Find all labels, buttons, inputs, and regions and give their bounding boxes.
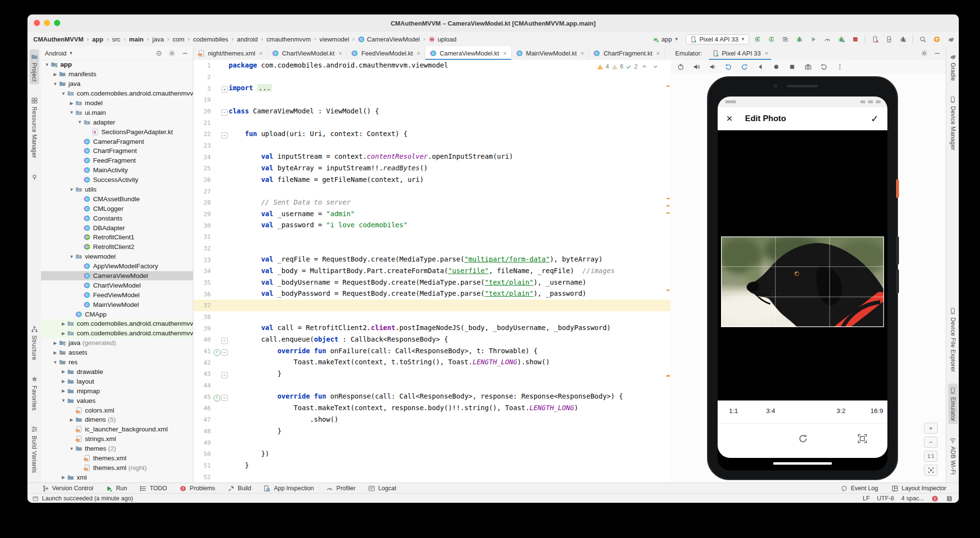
volume-up-button[interactable] — [692, 62, 701, 71]
stop-button[interactable] — [851, 35, 859, 43]
stripe-warning-mark[interactable] — [667, 85, 670, 87]
back-button[interactable] — [756, 62, 764, 71]
close-icon[interactable]: × — [726, 114, 733, 124]
breadcrumb-item[interactable]: app — [92, 36, 103, 43]
tree-item[interactable]: CConstants — [41, 213, 193, 223]
code-line[interactable]: 37 — [193, 300, 670, 311]
tree-item[interactable]: CSuccessActivity — [41, 175, 193, 185]
code-line[interactable]: 46 Toast.makeText(context, response.body… — [193, 402, 670, 414]
fold-marker[interactable]: + — [220, 84, 229, 93]
screenshot-button[interactable] — [803, 62, 812, 71]
code-line[interactable]: 22− fun upload(uri: Uri, context: Contex… — [193, 128, 670, 140]
stripe-warning-mark[interactable] — [667, 212, 670, 214]
code-line[interactable]: 39 val call = RetrofitClient2.client.pos… — [193, 322, 670, 334]
chevron-right-icon[interactable]: ▶ — [68, 417, 75, 422]
zoom-out-button[interactable]: − — [924, 437, 938, 448]
code-line[interactable]: 34 val _body = MultipartBody.Part.create… — [193, 265, 670, 277]
close-tab-icon[interactable]: × — [259, 50, 263, 57]
code-line[interactable]: 31 — [193, 231, 670, 243]
editor-tab[interactable]: CMainViewModel.kt× — [512, 46, 589, 60]
breadcrumb-item[interactable]: android — [237, 36, 258, 43]
chevron-down-icon[interactable]: ▼ — [60, 91, 67, 96]
tool-strip-build-variants[interactable]: Build Variants — [29, 422, 39, 476]
tree-item[interactable]: ▶drawable — [41, 367, 193, 377]
chevron-down-icon[interactable]: ▼ — [68, 187, 75, 192]
breadcrumb-item[interactable]: cmauthenmvvm — [267, 36, 311, 43]
code-line[interactable]: 36 val _bodyPassword = RequestBody.creat… — [193, 288, 670, 300]
breadcrumb-item[interactable]: com — [173, 36, 185, 43]
tool-strip-structure[interactable]: Structure — [29, 322, 39, 363]
tree-item[interactable]: CCameraViewModel — [41, 271, 193, 281]
code-line[interactable]: 49 — [193, 437, 670, 448]
indent-indicator[interactable]: 4 spac... — [901, 495, 924, 502]
code-line[interactable]: 45↑− override fun onResponse(call: Call<… — [193, 391, 670, 402]
chevron-right-icon[interactable]: ▶ — [60, 379, 67, 384]
tree-item[interactable]: </>themes.xml (night) — [41, 463, 193, 472]
tool-strip-device-manager[interactable]: Device Manager — [948, 93, 958, 153]
tool-strip-favorites[interactable]: Favorites — [29, 372, 39, 414]
chevron-right-icon[interactable]: ▶ — [60, 369, 67, 374]
code-line[interactable]: 28 // Sent Data to server — [193, 197, 670, 208]
tree-item[interactable]: CCMAssetBundle — [41, 194, 193, 204]
tree-item[interactable]: </>ic_launcher_background.xml — [41, 425, 193, 434]
toolwindow-event-log[interactable]: Event Log — [840, 484, 878, 493]
chevron-down-icon[interactable]: ▼ — [68, 110, 75, 115]
tool-strip-gradle[interactable]: Gradle — [948, 49, 958, 84]
tree-item[interactable]: ▼com.codemobiles.android.cmauthenmvvm — [41, 89, 193, 98]
tool-strip-pin[interactable] — [29, 170, 39, 184]
toolwindow-problems[interactable]: Problems — [178, 484, 215, 493]
tree-item[interactable]: ▶com.codemobiles.android.cmauthenmvvm — [41, 329, 193, 338]
code-line[interactable]: 43− } — [193, 368, 670, 380]
tool-strip-emulator[interactable]: Emulator — [948, 384, 958, 424]
stripe-warning-mark[interactable] — [667, 375, 670, 377]
breadcrumb-item[interactable]: codemobiles — [193, 36, 228, 43]
code-line[interactable]: 38 — [193, 311, 670, 323]
tree-item[interactable]: CFeedFragment — [41, 156, 193, 166]
previous-problem-button[interactable] — [640, 62, 649, 71]
toolwindow-build[interactable]: Build — [227, 484, 251, 493]
search-everywhere-button[interactable] — [918, 35, 927, 43]
tree-item[interactable]: CFeedViewModel — [41, 290, 193, 300]
home-button[interactable] — [772, 62, 780, 71]
navigation-pill[interactable] — [773, 462, 832, 465]
tree-item[interactable]: CCMLogger — [41, 204, 193, 213]
tree-item[interactable]: CDBAdapter — [41, 223, 193, 233]
code-line[interactable]: 3+import ... — [193, 83, 670, 94]
tree-item[interactable]: ▼res — [41, 358, 193, 367]
chevron-right-icon[interactable]: ▶ — [52, 341, 58, 345]
code-line[interactable]: 52 — [193, 471, 670, 483]
chevron-right-icon[interactable]: ▶ — [60, 388, 67, 393]
target-button[interactable] — [154, 49, 163, 57]
code-line[interactable]: 41↑− override fun onFailure(call: Call<R… — [193, 345, 670, 357]
fold-marker[interactable]: − — [220, 370, 229, 378]
chevron-right-icon[interactable]: ▶ — [60, 331, 67, 336]
tree-item[interactable]: ▼values — [41, 396, 193, 405]
editor-tab[interactable]: CFeedViewModel.kt× — [347, 46, 425, 60]
device-manager-button[interactable] — [885, 35, 893, 43]
toolwindow-layout-inspector[interactable]: Layout Inspector — [891, 484, 946, 493]
code-line[interactable]: 42 Toast.makeText(context, t.toString(),… — [193, 357, 670, 368]
tree-item[interactable]: ▶dimens (5) — [41, 415, 193, 425]
chevron-down-icon[interactable]: ▼ — [44, 62, 50, 67]
confirm-check-icon[interactable]: ✓ — [871, 113, 879, 124]
minimize-panel-icon[interactable] — [934, 50, 941, 57]
tree-item[interactable]: </>themes.xml — [41, 454, 193, 463]
notification-icon[interactable] — [946, 495, 953, 502]
toolwindow-version-control[interactable]: Version Control — [41, 484, 93, 493]
error-badge-icon[interactable] — [931, 495, 939, 502]
tree-item[interactable]: CChartViewModel — [41, 280, 193, 290]
rotate-button[interactable] — [798, 433, 808, 446]
tree-item[interactable]: CCameraFragment — [41, 137, 193, 146]
chevron-down-icon[interactable]: ▼ — [52, 82, 58, 86]
tool-strip-project[interactable]: Project — [29, 49, 39, 84]
gear-icon[interactable] — [921, 50, 928, 57]
code-line[interactable]: 40− call.enqueue(object : Callback<Respo… — [193, 334, 670, 345]
breadcrumb-item[interactable]: mupload — [428, 36, 456, 43]
code-area[interactable]: 1package com.codemobiles.android.cmauthe… — [193, 60, 670, 483]
breadcrumb-item[interactable]: java — [152, 36, 164, 43]
tree-item[interactable]: ▼viewmodel — [41, 252, 193, 262]
overview-button[interactable] — [788, 62, 796, 71]
editor-tab[interactable]: </>night/themes.xml× — [193, 46, 268, 60]
volume-down-button[interactable] — [708, 62, 717, 71]
tree-item[interactable]: ▶layout — [41, 376, 193, 386]
